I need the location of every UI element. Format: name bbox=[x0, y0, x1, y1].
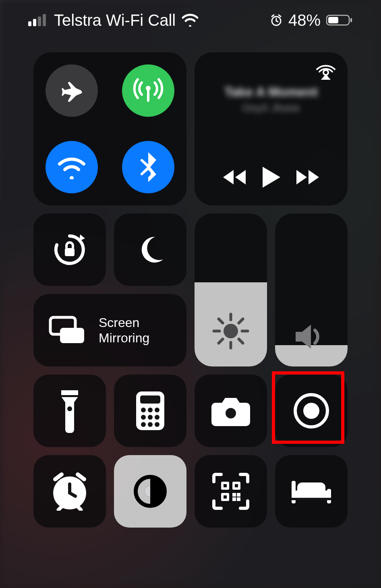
media-artist-label: OnyX Jhone bbox=[242, 102, 300, 114]
wifi-icon bbox=[181, 14, 199, 27]
svg-rect-3 bbox=[43, 14, 46, 26]
airplane-icon bbox=[58, 77, 85, 104]
camera-button[interactable] bbox=[195, 375, 267, 447]
contrast-icon bbox=[133, 474, 168, 509]
screen-mirroring-icon bbox=[48, 316, 87, 345]
moon-icon bbox=[134, 234, 166, 266]
screen-mirroring-label: Screen Mirroring bbox=[99, 315, 149, 346]
status-bar: Telstra Wi-Fi Call 48% bbox=[16, 0, 365, 40]
svg-rect-57 bbox=[292, 498, 331, 500]
svg-point-27 bbox=[141, 408, 146, 412]
battery-percent-label: 48% bbox=[288, 11, 321, 29]
svg-rect-51 bbox=[224, 484, 227, 487]
svg-rect-11 bbox=[65, 248, 75, 256]
svg-line-17 bbox=[219, 319, 223, 323]
airplay-icon[interactable] bbox=[315, 61, 336, 81]
alarm-button[interactable] bbox=[33, 455, 106, 528]
sun-icon bbox=[211, 311, 251, 351]
wifi-button[interactable] bbox=[46, 141, 98, 193]
svg-rect-49 bbox=[232, 497, 236, 501]
svg-point-32 bbox=[155, 415, 159, 420]
svg-point-28 bbox=[148, 408, 153, 412]
volume-slider[interactable] bbox=[275, 213, 348, 366]
camera-icon bbox=[210, 395, 252, 427]
record-icon bbox=[292, 391, 331, 430]
alarm-icon bbox=[270, 14, 283, 27]
svg-point-35 bbox=[155, 422, 159, 427]
screen-record-button[interactable] bbox=[275, 375, 348, 447]
svg-line-19 bbox=[239, 319, 243, 323]
bed-icon bbox=[289, 477, 333, 506]
orientation-lock-icon bbox=[50, 230, 89, 269]
svg-line-18 bbox=[239, 339, 243, 343]
flashlight-button[interactable] bbox=[33, 375, 106, 447]
qr-code-icon bbox=[211, 471, 251, 511]
speaker-icon bbox=[293, 322, 329, 351]
media-play-button[interactable] bbox=[261, 166, 281, 188]
orientation-lock-button[interactable] bbox=[33, 213, 106, 286]
svg-line-20 bbox=[219, 339, 223, 343]
connectivity-panel[interactable] bbox=[33, 52, 186, 205]
sleep-button[interactable] bbox=[275, 455, 348, 528]
svg-rect-0 bbox=[28, 21, 31, 26]
svg-rect-50 bbox=[237, 497, 240, 501]
svg-point-34 bbox=[148, 422, 153, 427]
cellular-data-button[interactable] bbox=[122, 64, 174, 117]
alarm-clock-icon bbox=[50, 472, 90, 511]
bluetooth-button[interactable] bbox=[122, 141, 174, 193]
svg-rect-1 bbox=[33, 19, 36, 26]
svg-rect-56 bbox=[327, 489, 331, 503]
svg-point-24 bbox=[67, 406, 72, 411]
svg-rect-2 bbox=[38, 17, 41, 26]
bluetooth-icon bbox=[139, 152, 157, 182]
control-center-grid: Take A Moment OnyX Jhone bbox=[16, 52, 365, 528]
svg-point-29 bbox=[155, 408, 159, 412]
do-not-disturb-button[interactable] bbox=[114, 213, 186, 286]
cellular-antenna-icon bbox=[132, 75, 164, 107]
airplane-mode-button[interactable] bbox=[46, 64, 98, 117]
wifi-icon bbox=[56, 155, 87, 179]
svg-rect-48 bbox=[237, 493, 240, 497]
svg-point-30 bbox=[141, 415, 146, 420]
cellular-signal-icon bbox=[28, 14, 48, 26]
svg-point-33 bbox=[141, 422, 146, 427]
svg-point-31 bbox=[148, 415, 153, 420]
qr-scanner-button[interactable] bbox=[195, 455, 267, 528]
svg-rect-9 bbox=[147, 88, 149, 102]
svg-rect-26 bbox=[140, 395, 160, 404]
svg-point-12 bbox=[224, 324, 238, 338]
svg-rect-53 bbox=[224, 495, 227, 499]
dark-mode-button[interactable] bbox=[114, 455, 186, 528]
svg-point-39 bbox=[303, 403, 319, 419]
svg-rect-47 bbox=[232, 493, 236, 497]
svg-rect-6 bbox=[328, 17, 338, 23]
carrier-label: Telstra Wi-Fi Call bbox=[54, 11, 176, 29]
calculator-icon bbox=[135, 391, 166, 431]
svg-rect-23 bbox=[61, 395, 78, 397]
media-rewind-button[interactable] bbox=[222, 168, 247, 186]
calculator-button[interactable] bbox=[114, 375, 186, 447]
svg-rect-22 bbox=[60, 328, 84, 343]
brightness-slider[interactable] bbox=[195, 213, 267, 366]
media-panel[interactable]: Take A Moment OnyX Jhone bbox=[195, 52, 348, 205]
battery-icon bbox=[326, 14, 353, 26]
flashlight-icon bbox=[58, 389, 81, 433]
svg-rect-7 bbox=[350, 18, 352, 22]
screen-mirroring-button[interactable]: Screen Mirroring bbox=[33, 294, 186, 366]
media-track-title: Take A Moment bbox=[224, 85, 318, 99]
svg-rect-52 bbox=[235, 484, 238, 487]
media-forward-button[interactable] bbox=[295, 168, 321, 186]
